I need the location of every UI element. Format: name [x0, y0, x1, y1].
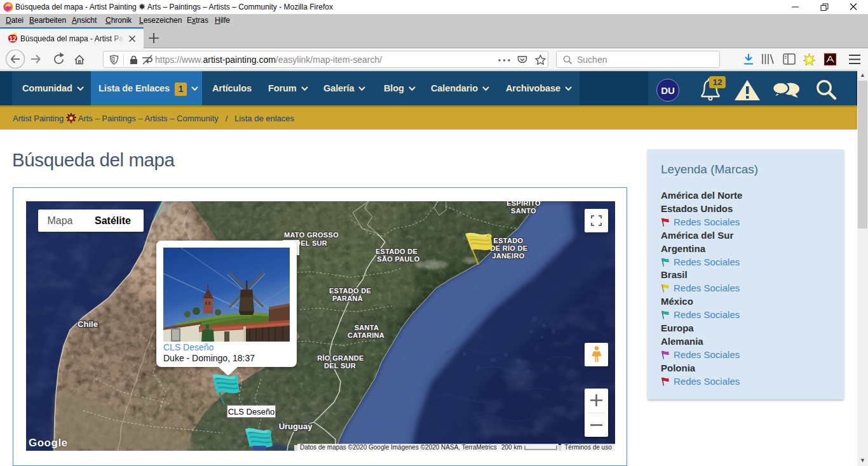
svg-text:PARANÁ: PARANÁ	[332, 295, 363, 302]
svg-text:ESTADO DE: ESTADO DE	[329, 287, 371, 295]
svg-text:12: 12	[9, 36, 17, 43]
svg-text:ESTADO DE: ESTADO DE	[376, 248, 417, 255]
svg-text:JANEIRO: JANEIRO	[492, 252, 525, 260]
svg-text:Chile: Chile	[78, 319, 98, 329]
svg-text:12: 12	[712, 77, 722, 87]
svg-text:ESPIRITO: ESPIRITO	[506, 201, 541, 207]
svg-text:MATO GROSSO: MATO GROSSO	[284, 231, 339, 239]
svg-text:SANTO: SANTO	[511, 207, 536, 215]
svg-text:CATARINA: CATARINA	[348, 331, 384, 339]
svg-text:SANTA: SANTA	[355, 324, 379, 331]
svg-text:DE RÍO DE: DE RÍO DE	[491, 244, 528, 252]
svg-text:SÃO PAULO: SÃO PAULO	[377, 255, 419, 263]
svg-text:DEL SUR: DEL SUR	[295, 239, 327, 247]
svg-text:ESTADO: ESTADO	[494, 237, 524, 244]
svg-text:Uruguay: Uruguay	[279, 422, 313, 431]
svg-text:DEL SUR: DEL SUR	[324, 362, 356, 369]
svg-text:RÍO GRANDE: RÍO GRANDE	[317, 354, 363, 362]
